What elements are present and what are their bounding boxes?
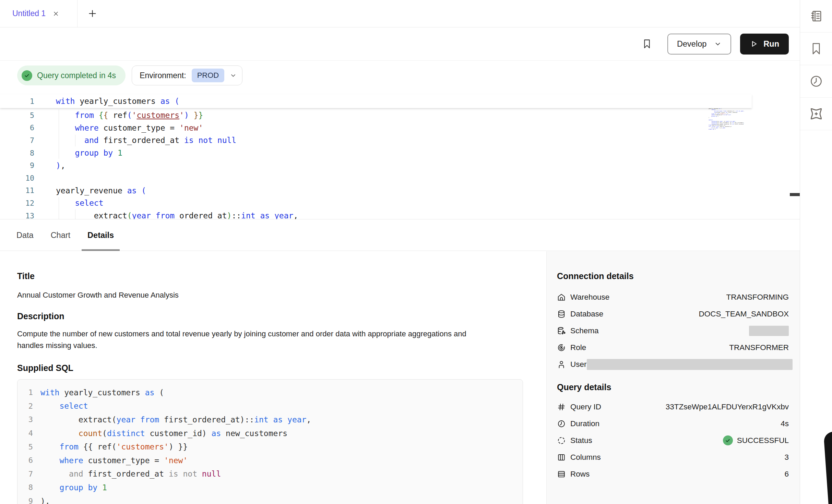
line-number: 7 xyxy=(0,136,34,145)
row-value: DOCS_TEAM_SANDBOX xyxy=(699,310,789,319)
query-row-rows: Rows6 xyxy=(557,466,789,482)
line-number: 9 xyxy=(0,161,34,170)
clock-icon xyxy=(557,419,566,428)
line-number: 11 xyxy=(0,186,34,195)
line-number: 5 xyxy=(17,443,33,451)
row-value xyxy=(587,359,793,370)
line-number: 9 xyxy=(17,497,33,504)
tab-chart[interactable]: Chart xyxy=(45,220,76,251)
code-text: and first_ordered_at is not null xyxy=(34,136,236,145)
details-panel: Title Annual Customer Growth and Revenue… xyxy=(0,251,800,504)
line-number: 1 xyxy=(0,97,34,106)
scrollbar-thumb[interactable] xyxy=(790,193,800,196)
columns-icon xyxy=(557,453,566,462)
query-row-columns: Columns3 xyxy=(557,449,789,466)
editor-lines: 1with yearly_customers as (5 from {{ ref… xyxy=(0,94,752,219)
warehouse-icon xyxy=(557,293,566,302)
code-line: 9), xyxy=(0,159,752,172)
code-text: where customer_type = 'new' xyxy=(33,456,188,465)
code-text: from {{ ref('customers') }} xyxy=(33,442,188,451)
indent-guide xyxy=(75,135,75,146)
supplied-sql-heading: Supplied SQL xyxy=(17,363,546,373)
row-value xyxy=(749,326,789,336)
run-label: Run xyxy=(763,39,779,49)
code-text: extract(year from first_ordered_at)::int… xyxy=(33,415,311,424)
code-text: ), xyxy=(34,161,66,170)
line-number: 6 xyxy=(17,456,33,465)
line-number: 4 xyxy=(17,429,33,437)
details-content: Title Annual Customer Growth and Revenue… xyxy=(0,251,546,504)
environment-selector[interactable]: Environment: PROD xyxy=(132,65,242,85)
redacted-value xyxy=(749,326,789,336)
description-heading: Description xyxy=(17,311,546,321)
sidebar-notebook-icon[interactable] xyxy=(800,0,832,33)
row-value: TRANSFORMER xyxy=(729,343,789,352)
connection-details-rows: WarehouseTRANSFORMINGDatabaseDOCS_TEAM_S… xyxy=(557,289,789,373)
rows-icon xyxy=(557,470,566,479)
query-row-query-id: Query ID33TZseWpe1ALFDUYerxR1gVKxbv xyxy=(557,398,789,415)
line-number: 13 xyxy=(0,212,34,219)
code-text: select xyxy=(34,199,103,207)
description-value: Compute the number of new customers and … xyxy=(17,328,490,351)
code-line: 9), xyxy=(17,494,523,504)
query-details-rows: Query ID33TZseWpe1ALFDUYerxR1gVKxbvDurat… xyxy=(557,398,789,482)
code-line: 7 and first_ordered_at is not null xyxy=(0,134,752,147)
line-number: 8 xyxy=(17,483,33,492)
close-tab-icon[interactable] xyxy=(52,10,59,17)
details-sidebar: Connection details WarehouseTRANSFORMING… xyxy=(546,251,800,504)
code-line: 1with yearly_customers as ( xyxy=(0,94,752,108)
indent-guide xyxy=(59,109,59,159)
environment-label: Environment: xyxy=(140,71,186,80)
row-label: User xyxy=(570,360,587,369)
database-icon xyxy=(557,310,566,319)
result-tabs: DataChartDetails xyxy=(0,220,800,251)
code-text: with yearly_customers as ( xyxy=(34,97,179,106)
editor-tab-bar: Untitled 1 xyxy=(0,0,800,27)
query-status-text: Query completed in 4s xyxy=(37,71,116,80)
query-row-status: StatusSUCCESSFUL xyxy=(557,432,789,449)
sql-editor[interactable]: 1with yearly_customers as (5 from {{ ref… xyxy=(0,90,800,219)
row-value: 3 xyxy=(784,453,789,462)
hash-icon xyxy=(557,403,566,411)
add-tab-button[interactable] xyxy=(88,9,97,18)
row-label: Schema xyxy=(570,326,599,335)
code-line: 8 group by 1 xyxy=(0,147,752,159)
connection-row-user: User xyxy=(557,356,789,373)
user-icon xyxy=(557,360,566,369)
right-icon-sidebar xyxy=(800,0,832,504)
row-value: TRANSFORMING xyxy=(726,293,789,302)
code-line: 3 extract(year from first_ordered_at)::i… xyxy=(17,413,523,427)
sidebar-dbt-lineage-icon[interactable] xyxy=(800,98,832,130)
connection-details-heading: Connection details xyxy=(557,271,789,281)
code-line: 2 select xyxy=(17,399,523,413)
tab-data[interactable]: Data xyxy=(11,220,39,251)
line-number: 3 xyxy=(17,415,33,424)
indent-guide xyxy=(59,197,59,219)
success-check-icon xyxy=(723,435,733,445)
develop-dropdown-button[interactable]: Develop xyxy=(667,34,731,55)
editor-scrollbar[interactable] xyxy=(790,90,800,219)
sidebar-history-icon[interactable] xyxy=(800,65,832,98)
status-row: Query completed in 4s Environment: PROD xyxy=(0,61,800,90)
redacted-value xyxy=(587,359,793,370)
code-line: 12 select xyxy=(0,197,752,209)
line-number: 6 xyxy=(0,123,34,132)
spinner-icon xyxy=(557,436,566,445)
tab-label: Untitled 1 xyxy=(12,9,46,18)
tab-untitled-1[interactable]: Untitled 1 xyxy=(0,0,78,27)
tab-details[interactable]: Details xyxy=(82,220,120,251)
bookmark-icon[interactable] xyxy=(642,38,652,50)
code-text: extract(year from ordered_at)::int as ye… xyxy=(34,211,298,219)
line-number: 7 xyxy=(17,470,33,478)
code-text: count(distinct customer_id) as new_custo… xyxy=(33,429,287,438)
code-line: 6 where customer_type = 'new' xyxy=(0,122,752,134)
run-button[interactable]: Run xyxy=(740,34,789,55)
play-icon xyxy=(750,40,758,48)
row-value: 6 xyxy=(784,470,789,479)
row-label: Query ID xyxy=(570,403,601,411)
query-details-heading: Query details xyxy=(557,382,789,392)
connection-row-role: RoleTRANSFORMER xyxy=(557,339,789,356)
sidebar-bookmark-icon[interactable] xyxy=(800,33,832,65)
line-number: 2 xyxy=(17,402,33,410)
schema-icon xyxy=(557,326,566,335)
